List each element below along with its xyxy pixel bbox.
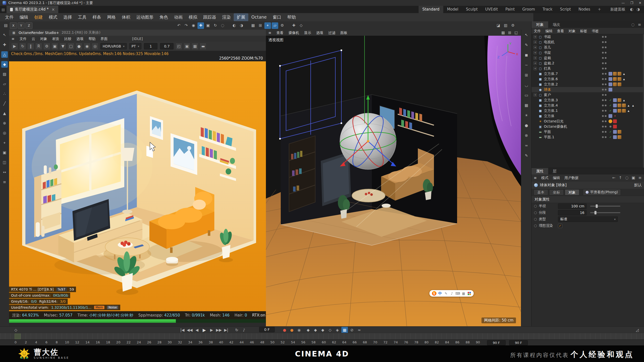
menu-item[interactable]: 文件 [2, 13, 17, 21]
menu-item[interactable]: 运动图形 [133, 13, 156, 21]
am-mode-item[interactable]: 用户数据 [562, 174, 581, 182]
grid-array-icon[interactable]: ▦ [250, 22, 256, 29]
texture-tag[interactable] [618, 72, 621, 76]
menu-item[interactable]: 工具 [75, 13, 90, 21]
viewport-solo-icon[interactable]: ◎ [1, 130, 8, 136]
check-tag[interactable]: ✓ [609, 104, 612, 107]
script-log-icon[interactable]: ≡ [1, 179, 8, 185]
phong-tag[interactable] [613, 109, 617, 113]
phong-tag[interactable] [613, 135, 617, 139]
viewport-layout-icon[interactable]: ▤ [3, 22, 9, 29]
enable-axis-icon[interactable]: ⊕ [1, 120, 8, 126]
tl-expand-icon[interactable]: ◿ [634, 327, 640, 333]
expand-icon[interactable]: + [534, 56, 537, 60]
am-mode-item[interactable]: 编辑 [551, 174, 562, 182]
am-mode-item[interactable]: 模式 [539, 174, 551, 182]
octane-menu-item[interactable]: 云 [29, 36, 38, 42]
ime-toolbar[interactable]: S 中 ✎♪⌨▦ [429, 290, 474, 297]
workplane-mode-icon[interactable]: ▱ [1, 81, 8, 87]
ime-toolbox-icon[interactable] [468, 292, 471, 295]
record-gray-icon[interactable]: ◉ [296, 327, 302, 333]
texture-mode-icon[interactable]: ▨ [1, 71, 8, 77]
menu-item[interactable]: 体积 [119, 13, 133, 21]
sound-icon[interactable]: ♪ [241, 327, 247, 333]
goto-start-icon[interactable]: |◀ [179, 327, 186, 333]
texture-tag[interactable] [622, 109, 626, 113]
maximize-button[interactable]: ❐ [630, 1, 633, 5]
scale-icon[interactable]: ▣ [205, 22, 211, 29]
visibility-dots[interactable] [601, 47, 607, 48]
vp-camera-icon[interactable]: ▦ [500, 29, 506, 36]
cube-prim-icon[interactable]: ◼ [523, 52, 530, 58]
axis-lock-y[interactable]: Y [18, 22, 25, 29]
target-tag[interactable]: ⊕ [609, 125, 612, 128]
layout-tab-model[interactable]: Model [443, 6, 462, 13]
axis-lock-z[interactable]: Z [25, 22, 32, 29]
sun-tag[interactable] [609, 119, 612, 123]
object-row-3[interactable]: +▢书架 [532, 50, 644, 55]
expand-icon[interactable]: + [534, 40, 537, 44]
noise-chip[interactable]: Noise [107, 306, 118, 309]
mem-chip[interactable]: Mem [94, 306, 104, 309]
goto-end-icon[interactable]: ▶| [223, 327, 229, 333]
triangle-tag[interactable]: ▲ [631, 104, 635, 107]
attr-tab-对象[interactable]: 对象 [565, 189, 579, 195]
texture-tag[interactable] [613, 77, 617, 81]
copy-image-icon[interactable]: ▢ [67, 43, 74, 50]
object-row-17[interactable]: ▣Octane摄像机⊕ [532, 124, 644, 129]
colorspace-select[interactable]: HDR/sRGB▾ [100, 43, 127, 50]
octane-menu-item[interactable]: 文件 [17, 36, 29, 42]
object-row-16[interactable]: ☀Octane日光 [532, 119, 644, 124]
object-row-12[interactable]: ■立方体.3✓▲ [532, 98, 644, 103]
viewport-menu-item[interactable]: 显示 [302, 30, 314, 36]
am-menu-icon[interactable]: ≡ [637, 174, 643, 181]
texture-tag[interactable] [618, 82, 621, 86]
next-frame-icon[interactable]: ▶ [208, 327, 215, 333]
segments-input[interactable]: 16 [558, 210, 587, 215]
visibility-dots[interactable] [601, 99, 607, 101]
picker-icon[interactable]: ◉ [84, 43, 91, 50]
menu-item[interactable]: 样条 [90, 13, 104, 21]
menu-item[interactable]: 扩展 [234, 13, 248, 21]
octane-burger-icon[interactable]: ≡ [9, 36, 17, 42]
history-up-icon[interactable]: ↑ [617, 174, 624, 181]
close-button[interactable]: ✕ [639, 1, 641, 5]
current-frame-field[interactable]: 0 F [259, 327, 275, 332]
object-row-18[interactable]: ▬平面✓ [532, 129, 644, 134]
expand-icon[interactable]: + [534, 46, 537, 49]
spline-icon[interactable]: ~ [523, 62, 530, 68]
texture-tag[interactable] [618, 104, 621, 107]
layout-tab-nodes[interactable]: Nodes [575, 6, 594, 13]
document-tab[interactable]: 客厅建模渲染.c4d * × [7, 6, 59, 13]
vp-grid-icon[interactable]: ⊞ [506, 29, 513, 36]
am-search-icon[interactable]: ◌ [624, 174, 630, 181]
vp-maximize-icon[interactable]: ◱ [513, 29, 519, 36]
segments-slider[interactable] [590, 212, 620, 213]
ideal-render-checkbox[interactable] [558, 224, 562, 228]
pen-tool-icon[interactable]: ✎ [523, 42, 530, 48]
subdivide-icon[interactable]: ⊞ [523, 72, 530, 78]
phong-tag[interactable] [613, 98, 617, 102]
menu-item[interactable]: 帮助 [284, 13, 299, 21]
add-layout-button[interactable]: + [594, 6, 605, 13]
viewport-burger-icon[interactable]: ≡ [266, 30, 274, 36]
object-row-2[interactable]: +▢茶几 [532, 45, 644, 50]
am-tab-层[interactable]: 层 [548, 168, 561, 174]
viewport-canvas[interactable]: Y X Z 透视视图 网格间距: 50 cm S 中 ✎♪⌨▦ [266, 36, 521, 326]
viewport-menu-item[interactable]: 摄像机 [286, 30, 302, 36]
triangle-tag[interactable]: ▲ [622, 77, 626, 81]
object-row-13[interactable]: ■立方体.4✓▲▲ [532, 103, 644, 108]
pause-icon[interactable]: ‖ [27, 43, 34, 50]
snap-enable-icon[interactable]: ⌖ [264, 22, 271, 29]
subsample-field[interactable]: 1 [144, 43, 157, 50]
menu-item[interactable]: 编辑 [17, 13, 31, 21]
visibility-dots[interactable] [601, 115, 607, 117]
move-tool-icon[interactable]: ✚ [1, 41, 8, 48]
menu-item[interactable]: 模拟 [186, 13, 200, 21]
camera-icon[interactable]: ▦ [191, 43, 198, 50]
texture-tag[interactable] [618, 130, 621, 134]
phong-tag[interactable] [609, 114, 612, 118]
om-tab-场次[interactable]: 场次 [548, 21, 565, 28]
om-menu-item[interactable]: 书签 [589, 28, 601, 34]
axis-lock-x[interactable]: X [10, 22, 17, 29]
